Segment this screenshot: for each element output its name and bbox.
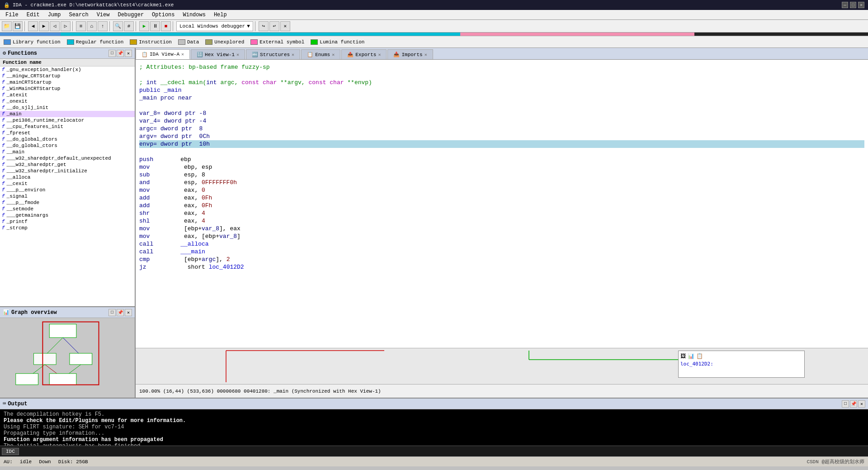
code-line-var8: var_8= dword ptr -8 (139, 109, 864, 117)
tb-stop[interactable]: ■ (161, 21, 171, 31)
function-list-item[interactable]: f__setmode (0, 206, 135, 212)
function-list-item[interactable]: f___w32_sharedptr_initialize (0, 168, 135, 174)
menu-search[interactable]: Search (65, 11, 92, 19)
function-list-item[interactable]: f___getmainargs (0, 212, 135, 218)
tab-ida-view-a-close[interactable]: ✕ (181, 52, 184, 57)
function-list-item[interactable]: f__cexit (0, 180, 135, 187)
function-list-item[interactable]: f_atexit (0, 92, 135, 98)
tb-step2[interactable]: ↩ (269, 21, 279, 31)
tab-imports[interactable]: 📥 Imports ✕ (387, 49, 433, 59)
envp-text: envp= dword ptr 10h (139, 141, 210, 147)
tab-structures-close[interactable]: ✕ (292, 52, 294, 57)
function-list-header: Function name (0, 59, 135, 66)
menu-options[interactable]: Options (148, 11, 178, 19)
function-list-item[interactable]: f__do_sjlj_init (0, 104, 135, 111)
functions-close-btn[interactable]: ✕ (125, 50, 132, 57)
call2-ops: ___main (166, 248, 205, 255)
function-list-item[interactable]: f__mingw_CRTStartup (0, 73, 135, 79)
tab-exports-close[interactable]: ✕ (378, 52, 381, 57)
tb-pause[interactable]: ⏸ (150, 21, 160, 31)
output-title-label: Output (8, 401, 27, 407)
function-list-item[interactable]: f_WinMainCRTStartup (0, 85, 135, 92)
output-pin-btn[interactable]: 📌 (850, 400, 857, 408)
function-list-item[interactable]: f__alloca (0, 174, 135, 180)
tab-imports-label: Imports (401, 52, 422, 57)
functions-float-btn[interactable]: □ (108, 50, 116, 57)
graph-float-btn[interactable]: □ (108, 309, 116, 316)
tb-run[interactable]: ▶ (139, 21, 149, 31)
graph-overview-controls[interactable]: □ 📌 ✕ (108, 309, 132, 316)
function-list-item[interactable]: f_fpreset (0, 130, 135, 136)
tb-btn4[interactable]: ⌂ (87, 21, 97, 31)
tb-back2[interactable]: ◁ (50, 21, 60, 31)
tb-btn5[interactable]: ↑ (98, 21, 108, 31)
tab-structures[interactable]: 🔤 Structures ✕ (246, 49, 300, 59)
function-list-item[interactable]: f__do_global_ctors (0, 142, 135, 149)
function-list-item[interactable]: f___w32_sharedptr_get (0, 161, 135, 168)
tb-xref[interactable]: ✕ (280, 21, 290, 31)
function-list-item[interactable]: f__cpu_features_init (0, 123, 135, 130)
function-list-item[interactable]: f__main (0, 149, 135, 155)
output-close-btn[interactable]: ✕ (858, 400, 865, 408)
function-list-item[interactable]: f_gnu_exception_handler(x) (0, 66, 135, 73)
function-list-item[interactable]: f_printf (0, 218, 135, 225)
functions-pin-btn[interactable]: 📌 (117, 50, 124, 57)
close-button[interactable]: ✕ (858, 2, 864, 8)
graph-canvas[interactable] (0, 318, 135, 398)
minimize-button[interactable]: — (842, 2, 848, 8)
tb-back[interactable]: ◀ (28, 21, 38, 31)
menu-jump[interactable]: Jump (44, 11, 65, 19)
tab-hex-view-1-close[interactable]: ✕ (236, 52, 239, 57)
disasm-view[interactable]: ; Attributes: bp-based frame fuzzy-sp ; … (136, 60, 868, 348)
function-list-item[interactable]: f___w32_sharedptr_default_unexpected (0, 155, 135, 161)
function-list-item[interactable]: f__pei386_runtime_relocator (0, 117, 135, 123)
function-icon: f (2, 206, 5, 212)
tb-step[interactable]: ↪ (259, 21, 269, 31)
function-list-item[interactable]: f_mainCRTStartup (0, 79, 135, 85)
output-float-btn[interactable]: □ (842, 400, 849, 408)
svg-line-1 (63, 337, 81, 356)
progress-regular (61, 33, 460, 36)
maximize-button[interactable]: □ (850, 2, 856, 8)
function-name: __pei386_runtime_relocator (7, 118, 85, 123)
code-line-comment2: ; int __cdecl main(int argc, const char … (139, 79, 864, 86)
function-list-item[interactable]: f_strcmp (0, 225, 135, 231)
tab-ida-view-a[interactable]: 📋 IDA View-A ✕ (136, 49, 190, 59)
function-list-item[interactable]: f___p__fmode (0, 199, 135, 206)
output-panel-header: ⌨ Output □ 📌 ✕ (0, 399, 868, 409)
code-line-argc: argc= dword ptr 8 (139, 125, 864, 133)
tb-open[interactable]: 📁 (2, 21, 12, 31)
menu-edit[interactable]: Edit (23, 11, 43, 19)
function-list-item[interactable]: f___p__environ (0, 187, 135, 193)
tb-forward[interactable]: ▶ (39, 21, 49, 31)
menu-file[interactable]: File (2, 11, 22, 19)
tab-imports-close[interactable]: ✕ (425, 52, 427, 57)
menu-view[interactable]: View (93, 11, 113, 19)
tab-enums[interactable]: 📋 Enums ✕ (301, 49, 340, 59)
idc-input[interactable] (21, 448, 866, 455)
title-bar-controls[interactable]: — □ ✕ (842, 2, 864, 8)
output-controls[interactable]: □ 📌 ✕ (842, 400, 865, 408)
function-list-item[interactable]: f_signal (0, 193, 135, 199)
function-list-item[interactable]: f_main (0, 111, 135, 117)
functions-panel-controls[interactable]: □ 📌 ✕ (108, 50, 132, 57)
menu-help[interactable]: Help (210, 11, 231, 19)
menu-debugger[interactable]: Debugger (114, 11, 147, 19)
debugger-dropdown[interactable]: Local Windows debugger ▼ (176, 21, 253, 31)
function-list-item[interactable]: f_onexit (0, 98, 135, 104)
legend-library-label: Library function (13, 39, 61, 45)
tb-hex[interactable]: # (124, 21, 134, 31)
tb-save[interactable]: 💾 (13, 21, 23, 31)
tab-hex-view-1[interactable]: 🔢 Hex View-1 ✕ (191, 49, 245, 59)
tb-btn3[interactable]: ≡ (76, 21, 86, 31)
graph-pin-btn[interactable]: 📌 (117, 309, 124, 316)
tb-search[interactable]: 🔍 (113, 21, 123, 31)
tab-exports[interactable]: 📤 Exports ✕ (341, 49, 387, 59)
function-list-item[interactable]: f__do_global_dtors (0, 136, 135, 142)
function-list[interactable]: f_gnu_exception_handler(x)f__mingw_CRTSt… (0, 66, 135, 306)
tb-fwd2[interactable]: ▷ (61, 21, 71, 31)
menu-windows[interactable]: Windows (179, 11, 209, 19)
graph-close-btn[interactable]: ✕ (125, 309, 132, 316)
tab-enums-close[interactable]: ✕ (332, 52, 335, 57)
svg-line-0 (45, 337, 63, 356)
